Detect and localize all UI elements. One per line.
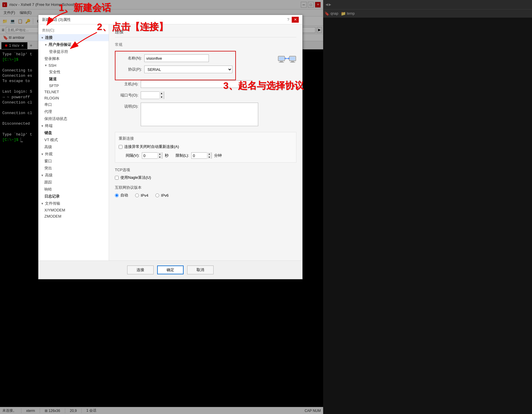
description-row: 说明(D): [115,103,296,126]
port-down-button[interactable]: ▼ [159,95,164,99]
dialog-title: 新建会话 (3)属性 [42,17,283,22]
category-panel: 类别(C): ▼ 连接 ▼ 用户身份验证 登录提示符 登录脚本 ▼ [38,24,109,261]
reconnect-section: 重新连接 连接异常关闭时自动重新连接(A) 间隔(V): 0 ▲ ▼ [115,132,296,163]
ip-section: 互联网协议版本 自动 IPv4 IPv6 [115,185,296,198]
name-row: 名称(N): [118,54,232,62]
section-normal: 常规 [115,42,296,47]
limit-spinner: 0 ▲ ▼ [191,152,212,159]
session-properties-dialog: 新建会话 (3)属性 ? ✕ 类别(C): ▼ 连接 ▼ 用户身份验证 [38,15,303,279]
protocol-select[interactable]: SSH TELNET RLOGIN SERIAL SFTP FTP [144,66,232,73]
tree-item-keyboard[interactable]: 键盘 [38,129,109,136]
category-header: 类别(C): [38,27,109,34]
tree-arrow-advanced: ▼ [41,174,44,177]
host-row: 主机(H): [115,80,296,88]
tcp-checkbox-row: 使用Nagle算法(U) [115,175,296,180]
seconds-label: 秒 [165,153,169,158]
svg-rect-12 [290,57,295,60]
connect-button-footer[interactable]: 连接 [127,266,154,274]
port-spinner: ▲ ▼ [141,91,164,99]
tree-item-loginscript[interactable]: 登录脚本 [38,55,109,62]
tree-item-advanced-root[interactable]: ▼ 高级 [38,172,109,179]
settings-panel-title: 连接 [115,29,296,37]
limit-label: 限制(L): [176,153,189,158]
tree-arrow-ssh: ▼ [44,64,47,67]
dialog-help-icon[interactable]: ? [286,17,291,22]
reconnect-checkbox-label: 连接异常关闭时自动重新连接(A) [124,144,179,149]
tree-item-rlogin[interactable]: RLOGIN [38,95,109,101]
tree-item-terminal[interactable]: ▼ 终端 [38,122,109,129]
tree-item-zmodem[interactable]: ZMODEM [38,213,109,219]
tree-item-appearance[interactable]: ▼ 外观 [38,151,109,158]
tree-item-connection[interactable]: ▼ 连接 [38,34,109,41]
tree-arrow-terminal: ▼ [41,124,44,128]
tree-item-highlight[interactable]: 突出 [38,165,109,172]
network-icon [278,51,296,70]
tree-item-userauth[interactable]: ▼ 用户身份验证 [38,41,109,48]
cancel-button[interactable]: 取消 [187,266,214,274]
settings-panel: 连接 常规 名称(N): 协议(P): [109,24,302,261]
tree-item-logging[interactable]: 日志记录 [38,193,109,200]
tree-item-window[interactable]: 窗口 [38,158,109,165]
name-protocol-section: 名称(N): 协议(P): SSH TELNET RLOGIN SERIAL [115,51,296,80]
tree-item-loginprompt[interactable]: 登录提示符 [38,48,109,55]
ip-v4-label: IPv4 [141,193,148,198]
svg-rect-7 [290,62,295,63]
svg-rect-11 [279,57,284,60]
tree-item-bell[interactable]: 响铃 [38,186,109,193]
ip-v4-radio[interactable] [135,193,139,197]
interval-down-button[interactable]: ▼ [157,156,162,159]
protocol-row: 协议(P): SSH TELNET RLOGIN SERIAL SFTP FTP [118,66,232,73]
tree-arrow-userauth: ▼ [44,43,47,46]
reconnect-title: 重新连接 [119,136,293,141]
tree-item-tunnel[interactable]: 隧道 [38,76,109,83]
tree-item-keepalive[interactable]: 保持活动状态 [38,115,109,122]
tree-item-telnet[interactable]: TELNET [38,89,109,95]
tree-item-trace[interactable]: 跟踪 [38,179,109,186]
tree-item-ssh[interactable]: ▼ SSH [38,62,109,69]
tree-item-security[interactable]: 安全性 [38,69,109,76]
ok-button[interactable]: 确定 [157,266,184,274]
interval-spinner: 0 ▲ ▼ [142,152,162,159]
minutes-label: 分钟 [214,153,222,158]
reconnect-checkbox-row: 连接异常关闭时自动重新连接(A) [119,144,293,149]
host-label: 主机(H): [115,81,138,87]
limit-down-button[interactable]: ▼ [207,156,212,159]
limit-up-button[interactable]: ▲ [207,152,212,156]
description-label: 说明(D): [115,103,138,109]
name-label: 名称(N): [118,56,142,61]
ip-v6-option: IPv6 [155,193,169,198]
ip-auto-radio[interactable] [115,193,119,197]
tcp-nagle-checkbox[interactable] [115,176,119,180]
tree-item-proxy[interactable]: 代理 [38,108,109,115]
dialog-title-icons: ? ✕ [286,17,299,23]
ip-radio-row: 自动 IPv4 IPv6 [115,193,296,198]
name-input[interactable] [144,54,209,62]
highlight-box: 名称(N): 协议(P): SSH TELNET RLOGIN SERIAL [115,51,236,80]
svg-rect-3 [280,61,283,62]
description-textarea[interactable] [141,103,258,126]
ip-title: 互联网协议版本 [115,185,296,190]
interval-up-button[interactable]: ▲ [157,152,162,156]
tcp-section: TCP选项 使用Nagle算法(U) [115,167,296,180]
port-up-button[interactable]: ▲ [159,91,164,95]
svg-rect-6 [291,61,294,62]
tree-item-sftp[interactable]: SFTP [38,83,109,89]
protocol-label: 协议(P): [118,67,142,72]
host-input[interactable] [141,80,252,88]
tree-item-filetransfer[interactable]: ▼ 文件传输 [38,200,109,207]
tree-item-serial[interactable]: 串口 [38,101,109,108]
ip-auto-option: 自动 [115,193,128,198]
dialog-body: 类别(C): ▼ 连接 ▼ 用户身份验证 登录提示符 登录脚本 ▼ [38,24,302,261]
dialog-overlay: 新建会话 (3)属性 ? ✕ 类别(C): ▼ 连接 ▼ 用户身份验证 [0,0,532,414]
tree-item-vtmode[interactable]: VT 模式 [38,136,109,143]
ip-auto-label: 自动 [120,193,128,198]
ip-v6-radio[interactable] [155,193,159,197]
tree-item-advanced[interactable]: 高级 [38,143,109,151]
tree-arrow-connection: ▼ [41,36,44,39]
reconnect-fields: 间隔(V): 0 ▲ ▼ 秒 限制(L): 0 [119,152,293,159]
tcp-title: TCP选项 [115,167,296,173]
tree-item-xymodem[interactable]: X/YMODEM [38,207,109,213]
port-row: 端口号(O): ▲ ▼ [115,91,296,99]
dialog-close-button[interactable]: ✕ [292,17,299,23]
reconnect-checkbox[interactable] [119,145,122,149]
